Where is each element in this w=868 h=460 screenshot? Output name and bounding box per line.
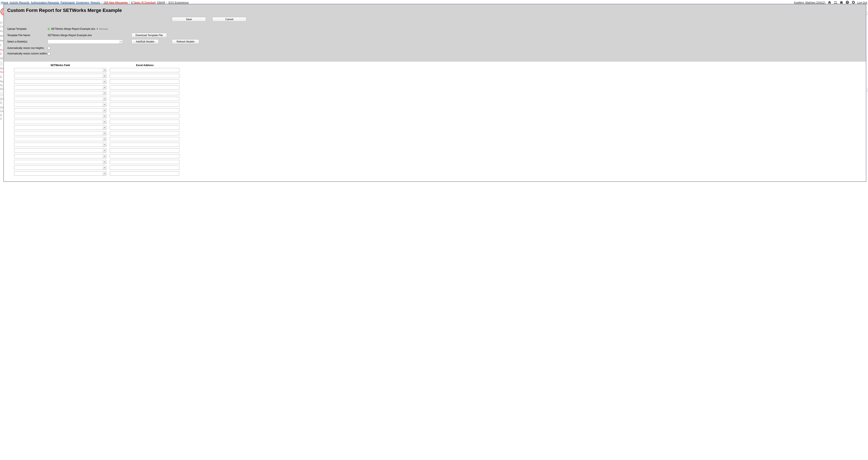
modal-header: Custom Form Report for SETWorks Merge Ex…	[4, 4, 866, 5]
nav-authorization-requests[interactable]: Authorization Requests	[31, 1, 59, 4]
nav-reports[interactable]: Reports	[91, 1, 100, 4]
nav-separator: |	[129, 1, 130, 4]
nav-employers[interactable]: Employers	[76, 1, 89, 4]
nav-emar[interactable]: EMAR	[157, 1, 165, 4]
nav-home[interactable]: Home	[1, 1, 8, 4]
nav-separator: |	[166, 1, 167, 4]
nav-activity-records[interactable]: Activity Records	[9, 1, 29, 4]
custom-form-report-modal: Custom Form Report for SETWorks Merge Ex…	[3, 4, 866, 5]
nav-participants[interactable]: Participants	[60, 1, 75, 4]
nav-separator: |	[101, 1, 102, 4]
nav-new-messages[interactable]: 269 New Messages	[103, 1, 128, 4]
nav-evv-experience[interactable]: EVV Experience	[168, 1, 189, 4]
nav-tasks[interactable]: 8 Tasks (8 Overdue)	[131, 1, 156, 4]
nav-logout[interactable]: Log Out	[857, 1, 867, 4]
nav-user[interactable]: Koelling, Mathew (20422)	[794, 1, 825, 4]
